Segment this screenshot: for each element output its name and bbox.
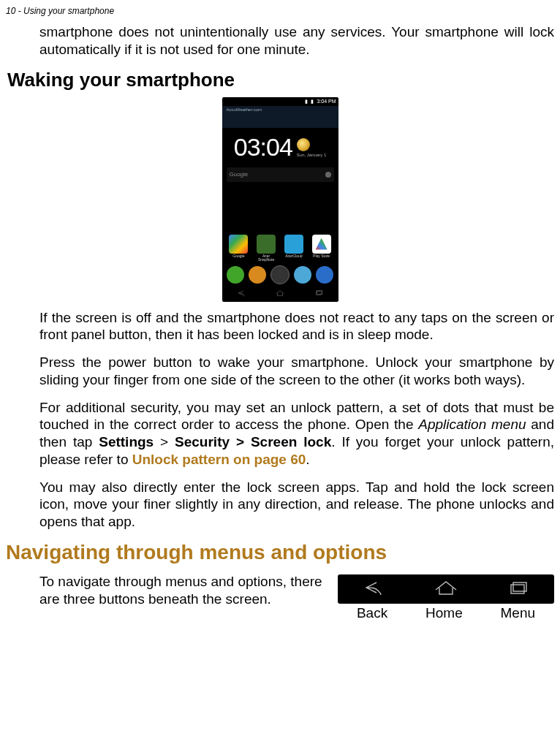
paragraph-if-screen: If the screen is off and the smartphone … xyxy=(0,309,560,344)
mic-icon xyxy=(325,172,331,178)
label-home: Home xyxy=(425,605,463,621)
dock-phone-icon[interactable] xyxy=(227,266,244,284)
clock-time: 03:04 xyxy=(234,133,292,162)
weather-sun-icon xyxy=(297,138,310,151)
back-icon[interactable] xyxy=(235,287,248,300)
home-icon[interactable] xyxy=(431,580,461,598)
recent-icon[interactable] xyxy=(312,287,325,300)
app-shortcut[interactable]: Acer SnapNote xyxy=(255,235,277,262)
nav-buttons-figure: Back Home Menu xyxy=(338,574,554,621)
battery-icon: ▮ xyxy=(311,99,314,105)
back-icon[interactable] xyxy=(359,580,388,598)
page-header: 10 - Using your smartphone xyxy=(0,0,560,23)
heading-navigating: Navigating through menus and options xyxy=(0,541,560,564)
status-time: 3:04 PM xyxy=(317,99,336,104)
heading-waking: Waking your smartphone xyxy=(0,69,560,91)
search-bar[interactable]: Google xyxy=(227,167,334,182)
app-shortcut[interactable]: Play Store xyxy=(311,235,333,258)
svg-rect-0 xyxy=(316,291,321,295)
paragraph-security: For additional security, you may set an … xyxy=(0,399,560,468)
dock-contacts-icon[interactable] xyxy=(249,266,266,284)
paragraph-press-power: Press the power button to wake your smar… xyxy=(0,354,560,389)
dock-browser-icon[interactable] xyxy=(316,266,333,284)
dock-apps-icon[interactable] xyxy=(270,265,290,284)
link-unlock-pattern[interactable]: Unlock pattern on page 60 xyxy=(132,452,306,467)
app-shortcut[interactable]: Google xyxy=(227,235,249,258)
search-logo: Google xyxy=(230,171,249,178)
recent-icon[interactable] xyxy=(504,580,533,598)
paragraph-intro-continued: smartphone does not unintentionally use … xyxy=(0,23,560,58)
weather-brand: AccuWeather.com xyxy=(227,107,262,112)
label-menu: Menu xyxy=(501,605,536,621)
dock-messaging-icon[interactable] xyxy=(294,266,311,284)
paragraph-direct-enter: You may also directly enter the lock scr… xyxy=(0,479,560,531)
home-icon[interactable] xyxy=(273,287,287,300)
label-back: Back xyxy=(357,605,387,621)
phone-screenshot: ▮ ▮ 3:04 PM AccuWeather.com 03:04 Sun, J… xyxy=(0,97,560,305)
signal-icon: ▮ xyxy=(305,99,308,105)
app-shortcut[interactable]: AcerCloud xyxy=(283,235,305,258)
clock-date: Sun, January 1 xyxy=(297,153,326,157)
